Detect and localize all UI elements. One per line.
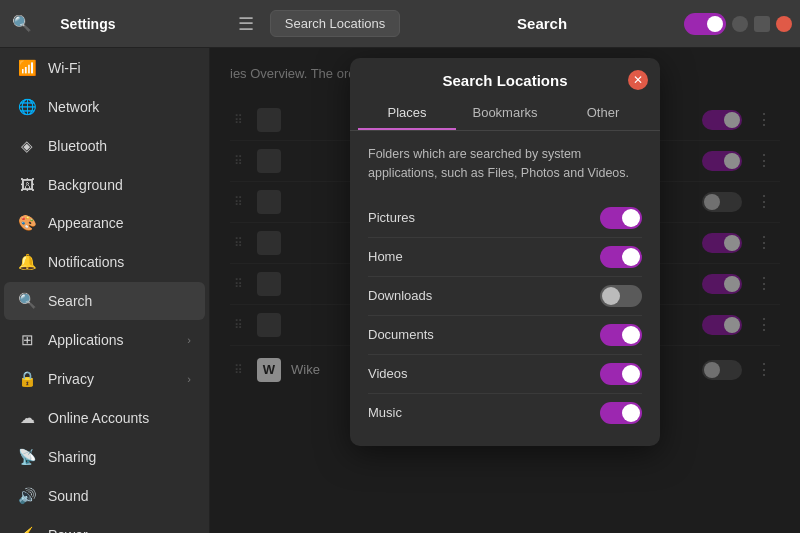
modal-overlay: Search Locations ✕ Places Bookmarks Othe… [210, 48, 800, 533]
sidebar-label-network: Network [48, 99, 191, 115]
music-label: Music [368, 405, 600, 420]
sidebar-item-applications[interactable]: ⊞ Applications › [4, 321, 205, 359]
sidebar-label-background: Background [48, 177, 191, 193]
modal-row-videos: Videos [368, 355, 642, 394]
sidebar-label-sound: Sound [48, 488, 191, 504]
modal-row-documents: Documents [368, 316, 642, 355]
sidebar-item-search[interactable]: 🔍 Search [4, 282, 205, 320]
modal-row-home: Home [368, 238, 642, 277]
downloads-toggle[interactable] [600, 285, 642, 307]
music-toggle[interactable] [600, 402, 642, 424]
videos-toggle[interactable] [600, 363, 642, 385]
notifications-icon: 🔔 [18, 253, 36, 271]
modal-row-pictures: Pictures [368, 199, 642, 238]
privacy-icon: 🔒 [18, 370, 36, 388]
sidebar-label-sharing: Sharing [48, 449, 191, 465]
sidebar-item-appearance[interactable]: 🎨 Appearance [4, 204, 205, 242]
window-maximize-button[interactable]: □ [754, 16, 770, 32]
sound-icon: 🔊 [18, 487, 36, 505]
modal-body: Folders which are searched by system app… [350, 131, 660, 446]
sidebar-label-bluetooth: Bluetooth [48, 138, 191, 154]
tab-other[interactable]: Other [554, 97, 652, 130]
window-controls: — □ ✕ [684, 13, 792, 35]
sidebar-label-appearance: Appearance [48, 215, 191, 231]
sidebar-item-sound[interactable]: 🔊 Sound [4, 477, 205, 515]
sidebar-label-search: Search [48, 293, 191, 309]
tab-places[interactable]: Places [358, 97, 456, 130]
sidebar-item-privacy[interactable]: 🔒 Privacy › [4, 360, 205, 398]
privacy-chevron-icon: › [187, 373, 191, 385]
sidebar-item-network[interactable]: 🌐 Network [4, 88, 205, 126]
tab-bookmarks[interactable]: Bookmarks [456, 97, 554, 130]
pictures-label: Pictures [368, 210, 600, 225]
modal-title: Search Locations [366, 72, 644, 89]
bluetooth-icon: ◈ [18, 137, 36, 155]
sidebar-label-applications: Applications [48, 332, 175, 348]
search-icon-sidebar: 🔍 [18, 292, 36, 310]
pictures-toggle[interactable] [600, 207, 642, 229]
header-toggle[interactable] [684, 13, 726, 35]
online-accounts-icon: ☁ [18, 409, 36, 427]
sidebar-item-bluetooth[interactable]: ◈ Bluetooth [4, 127, 205, 165]
header-search-label: Search [408, 15, 676, 32]
modal-row-music: Music [368, 394, 642, 432]
home-toggle[interactable] [600, 246, 642, 268]
home-label: Home [368, 249, 600, 264]
hamburger-button[interactable]: ☰ [230, 9, 262, 39]
downloads-label: Downloads [368, 288, 600, 303]
wifi-icon: 📶 [18, 59, 36, 77]
app-title: Settings [0, 16, 222, 32]
sidebar-item-wifi[interactable]: 📶 Wi-Fi [4, 49, 205, 87]
power-icon: ⚡ [18, 526, 36, 533]
documents-toggle[interactable] [600, 324, 642, 346]
applications-icon: ⊞ [18, 331, 36, 349]
sidebar-item-online-accounts[interactable]: ☁ Online Accounts [4, 399, 205, 437]
background-icon: 🖼 [18, 176, 36, 193]
videos-label: Videos [368, 366, 600, 381]
modal-header: Search Locations ✕ [350, 58, 660, 97]
sidebar-label-notifications: Notifications [48, 254, 191, 270]
main-layout: 📶 Wi-Fi 🌐 Network ◈ Bluetooth 🖼 Backgrou… [0, 48, 800, 533]
documents-label: Documents [368, 327, 600, 342]
sidebar-label-online-accounts: Online Accounts [48, 410, 191, 426]
sidebar-item-notifications[interactable]: 🔔 Notifications [4, 243, 205, 281]
sidebar-item-sharing[interactable]: 📡 Sharing [4, 438, 205, 476]
network-icon: 🌐 [18, 98, 36, 116]
modal-description: Folders which are searched by system app… [368, 145, 642, 183]
applications-chevron-icon: › [187, 334, 191, 346]
sidebar-label-power: Power [48, 527, 191, 533]
search-locations-button[interactable]: Search Locations [270, 10, 400, 37]
sidebar: 📶 Wi-Fi 🌐 Network ◈ Bluetooth 🖼 Backgrou… [0, 48, 210, 533]
sidebar-label-wifi: Wi-Fi [48, 60, 191, 76]
window-minimize-button[interactable]: — [732, 16, 748, 32]
sidebar-item-background[interactable]: 🖼 Background [4, 166, 205, 203]
sidebar-item-power[interactable]: ⚡ Power [4, 516, 205, 533]
top-bar: 🔍 Settings ☰ Search Locations Search — □… [0, 0, 800, 48]
window-close-button[interactable]: ✕ [776, 16, 792, 32]
content-area: ies Overview. The order of search t. ⠿ ⋮… [210, 48, 800, 533]
appearance-icon: 🎨 [18, 214, 36, 232]
modal-row-downloads: Downloads [368, 277, 642, 316]
modal-tabs: Places Bookmarks Other [350, 97, 660, 131]
search-locations-modal: Search Locations ✕ Places Bookmarks Othe… [350, 58, 660, 446]
sidebar-label-privacy: Privacy [48, 371, 175, 387]
sharing-icon: 📡 [18, 448, 36, 466]
modal-close-button[interactable]: ✕ [628, 70, 648, 90]
